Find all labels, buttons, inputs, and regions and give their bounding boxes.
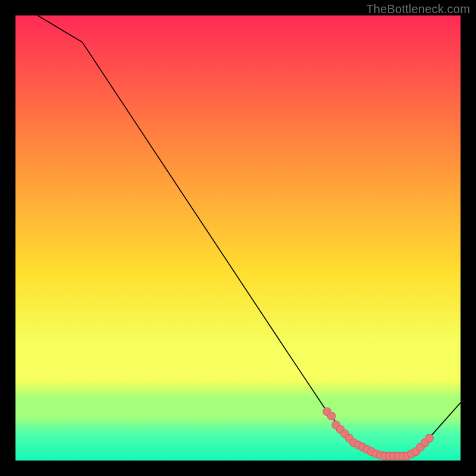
- gradient-background: [15, 15, 461, 461]
- watermark-text: TheBottleneck.com: [366, 2, 470, 16]
- curve-marker: [327, 412, 335, 419]
- bottleneck-chart: [15, 15, 461, 461]
- curve-marker: [425, 434, 433, 442]
- chart-container: TheBottleneck.com: [0, 0, 476, 476]
